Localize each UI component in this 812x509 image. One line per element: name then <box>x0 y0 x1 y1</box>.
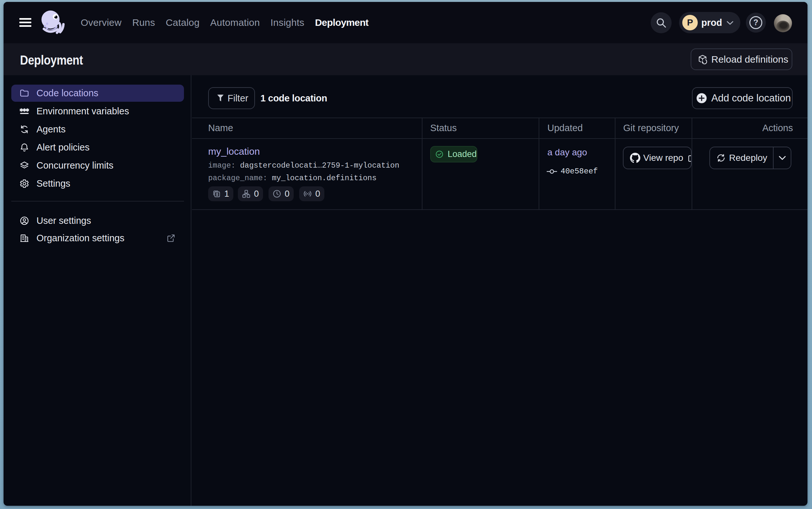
svg-text:?: ? <box>753 18 758 27</box>
